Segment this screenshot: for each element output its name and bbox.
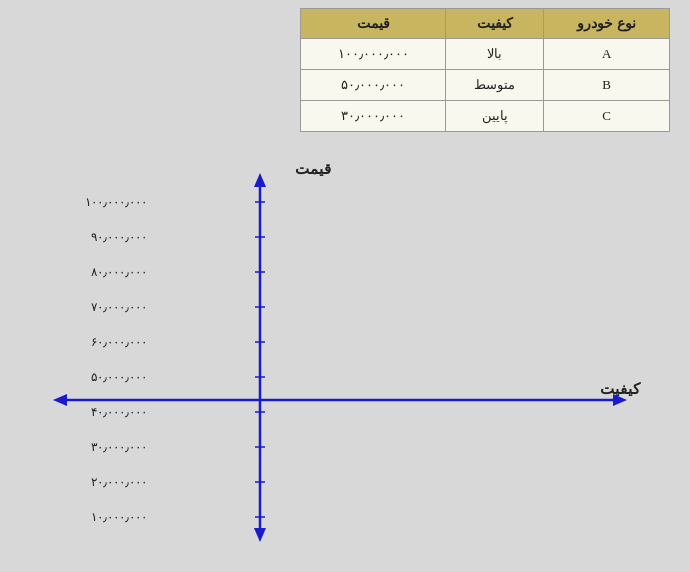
svg-marker-5 <box>53 394 67 406</box>
svg-marker-2 <box>254 528 266 542</box>
svg-marker-1 <box>254 173 266 187</box>
cell-price-b: ۵۰٫۰۰۰٫۰۰۰ <box>301 70 446 101</box>
data-table: نوع خودرو کیفیت قیمت A بالا ۱۰۰٫۰۰۰٫۰۰۰ … <box>300 8 670 132</box>
cell-quality-a: بالا <box>446 39 544 70</box>
table-row: A بالا ۱۰۰٫۰۰۰٫۰۰۰ <box>301 39 670 70</box>
cell-quality-c: پایین <box>446 101 544 132</box>
svg-marker-4 <box>613 394 627 406</box>
col-header-type: نوع خودرو <box>544 9 670 39</box>
chart-svg <box>30 155 650 545</box>
cell-type-b: B <box>544 70 670 101</box>
chart-area: قیمت کیفیت ۱۰۰٫۰۰۰٫۰۰۰ ۹۰٫۰۰۰٫۰۰۰ ۸۰٫۰۰۰… <box>30 155 650 545</box>
table-row: C پایین ۳۰٫۰۰۰٫۰۰۰ <box>301 101 670 132</box>
cell-type-a: A <box>544 39 670 70</box>
table-row: B متوسط ۵۰٫۰۰۰٫۰۰۰ <box>301 70 670 101</box>
cell-price-a: ۱۰۰٫۰۰۰٫۰۰۰ <box>301 39 446 70</box>
cell-price-c: ۳۰٫۰۰۰٫۰۰۰ <box>301 101 446 132</box>
cell-type-c: C <box>544 101 670 132</box>
col-header-price: قیمت <box>301 9 446 39</box>
col-header-quality: کیفیت <box>446 9 544 39</box>
cell-quality-b: متوسط <box>446 70 544 101</box>
